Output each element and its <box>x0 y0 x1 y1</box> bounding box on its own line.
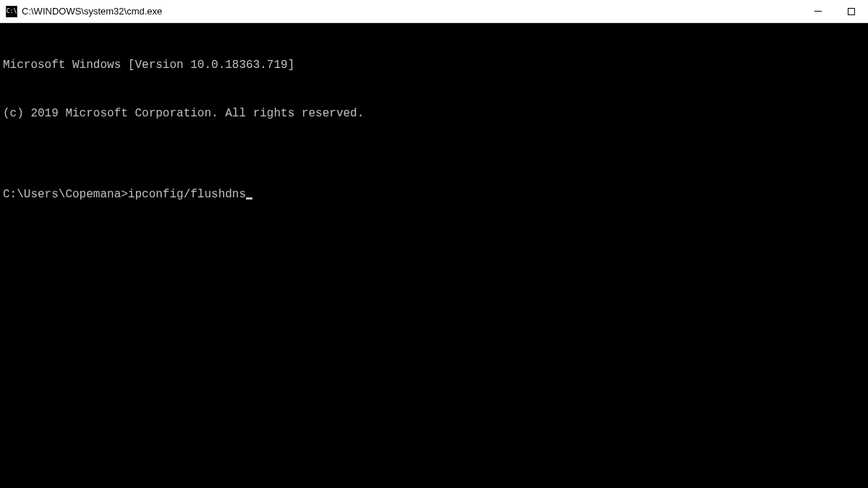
cmd-window: C:\ C:\WINDOWS\system32\cmd.exe Microsof… <box>0 0 868 488</box>
terminal-area[interactable]: Microsoft Windows [Version 10.0.18363.71… <box>0 23 868 488</box>
terminal-command: ipconfig/flushdns <box>128 187 246 202</box>
terminal-prompt: C:\Users\Copemana> <box>3 187 128 202</box>
window-controls <box>801 0 868 22</box>
terminal-output-line: Microsoft Windows [Version 10.0.18363.71… <box>3 57 865 73</box>
window-title: C:\WINDOWS\system32\cmd.exe <box>22 6 801 17</box>
minimize-icon <box>814 11 822 12</box>
minimize-button[interactable] <box>801 0 835 22</box>
titlebar[interactable]: C:\ C:\WINDOWS\system32\cmd.exe <box>0 0 868 23</box>
maximize-icon <box>848 8 855 15</box>
terminal-prompt-line: C:\Users\Copemana>ipconfig/flushdns <box>3 187 865 202</box>
terminal-output-line: (c) 2019 Microsoft Corporation. All righ… <box>3 106 865 121</box>
cmd-icon: C:\ <box>6 6 17 17</box>
maximize-button[interactable] <box>835 0 868 22</box>
terminal-cursor <box>246 197 252 200</box>
